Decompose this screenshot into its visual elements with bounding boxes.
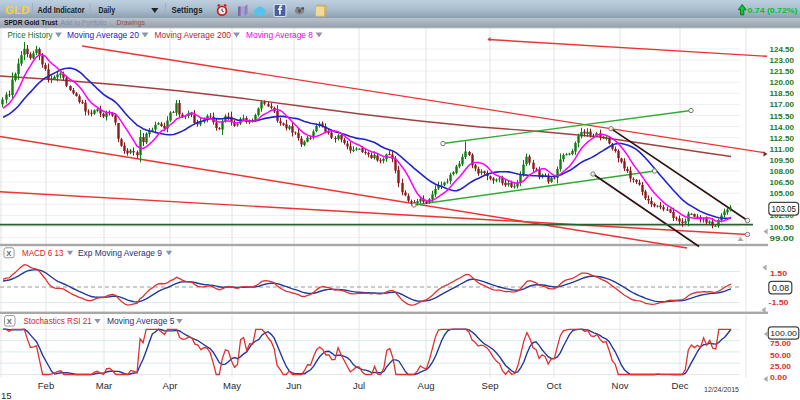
svg-text:0.74 (0.72%): 0.74 (0.72%): [748, 6, 798, 15]
svg-text:Drawings: Drawings: [117, 18, 146, 27]
svg-text:Dec: Dec: [672, 380, 689, 391]
svg-text:May: May: [223, 380, 241, 391]
svg-text:115.50: 115.50: [770, 112, 795, 121]
svg-text:Mar: Mar: [96, 380, 112, 391]
svg-text:Jun: Jun: [286, 380, 301, 391]
svg-text:1.50: 1.50: [770, 269, 788, 278]
svg-text:114.00: 114.00: [770, 123, 795, 132]
svg-text:Exp Moving Average 9: Exp Moving Average 9: [78, 248, 162, 258]
svg-text:123.00: 123.00: [770, 56, 795, 65]
svg-text:25.00: 25.00: [770, 362, 792, 371]
svg-text:-1.50: -1.50: [769, 298, 790, 307]
svg-text:Moving Average 8: Moving Average 8: [246, 29, 313, 40]
svg-text:X: X: [6, 249, 11, 258]
svg-text:118.50: 118.50: [770, 89, 795, 98]
svg-text:Daily: Daily: [99, 5, 116, 15]
svg-text:106.50: 106.50: [770, 178, 795, 187]
svg-text:50.00: 50.00: [770, 351, 792, 360]
svg-text:Moving Average 200: Moving Average 200: [155, 29, 232, 40]
svg-text:Moving Average 20: Moving Average 20: [67, 29, 139, 40]
svg-text:15: 15: [1, 390, 12, 400]
svg-text:111.00: 111.00: [770, 145, 795, 154]
svg-text:12/24/2015: 12/24/2015: [704, 385, 739, 394]
svg-text:Settings: Settings: [172, 5, 203, 15]
svg-text:Jul: Jul: [353, 380, 365, 391]
svg-text:75.00: 75.00: [770, 339, 792, 348]
svg-text:112.50: 112.50: [770, 134, 795, 143]
svg-text:100.00: 100.00: [770, 329, 797, 338]
svg-text:0.08: 0.08: [772, 283, 789, 293]
svg-text:121.50: 121.50: [770, 67, 795, 76]
svg-text:Oct: Oct: [547, 380, 562, 391]
svg-text:0.00: 0.00: [770, 373, 788, 382]
svg-text:109.50: 109.50: [770, 156, 795, 165]
svg-text:Add Indicator: Add Indicator: [38, 5, 86, 15]
svg-text:Aug: Aug: [418, 380, 435, 391]
svg-text:Apr: Apr: [163, 380, 178, 391]
svg-text:Sep: Sep: [482, 380, 499, 391]
svg-text:100.50: 100.50: [770, 223, 795, 232]
svg-text:Stochastics RSI 21: Stochastics RSI 21: [23, 316, 92, 326]
svg-text:X: X: [7, 317, 12, 326]
svg-text:120.00: 120.00: [770, 78, 795, 87]
svg-text:124.50: 124.50: [770, 45, 795, 54]
svg-text:MACD 6 13: MACD 6 13: [22, 248, 64, 258]
svg-text:Moving Average 5: Moving Average 5: [107, 316, 175, 326]
svg-text:Nov: Nov: [612, 380, 629, 391]
svg-text:117.00: 117.00: [770, 100, 795, 109]
svg-text:Price History: Price History: [8, 29, 53, 40]
svg-text:108.00: 108.00: [770, 167, 795, 176]
svg-text:GLD: GLD: [5, 4, 30, 16]
svg-text:99.00: 99.00: [770, 234, 795, 243]
svg-text:Add to Portfolio: Add to Portfolio: [61, 18, 108, 27]
svg-text:103.05: 103.05: [772, 204, 797, 214]
svg-text:Feb: Feb: [38, 380, 54, 391]
svg-text:SPDR Gold Trust: SPDR Gold Trust: [4, 18, 58, 27]
svg-text:105.00: 105.00: [770, 189, 795, 198]
